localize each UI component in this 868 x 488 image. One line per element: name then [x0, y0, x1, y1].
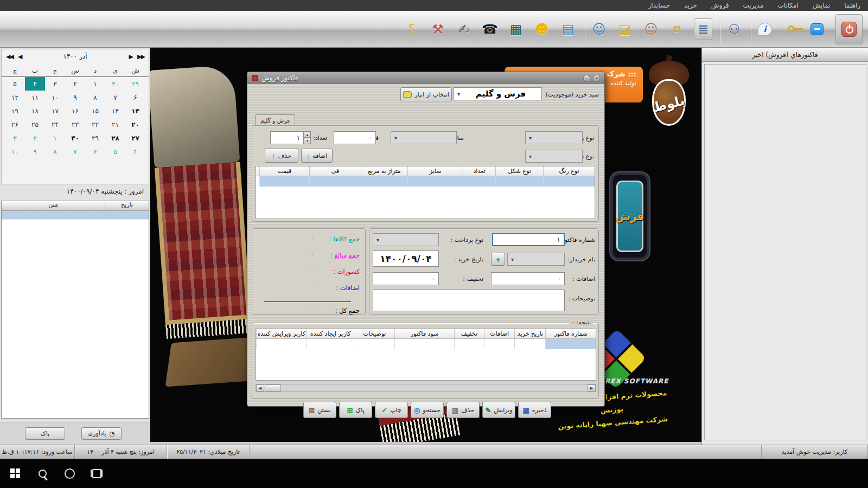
- notes-selected-row[interactable]: [2, 211, 149, 220]
- finance-coins-icon[interactable]: ¤: [668, 18, 686, 40]
- grid-cell[interactable]: [309, 176, 361, 187]
- discount-input[interactable]: ۰: [373, 272, 439, 285]
- calendar-day-cell[interactable]: ۱۴: [105, 104, 125, 118]
- calendar-day-cell[interactable]: ۲: [25, 131, 45, 145]
- grid-cell[interactable]: [495, 176, 543, 187]
- remove-item-button[interactable]: حذف ↑: [265, 149, 298, 163]
- calendar-day-cell[interactable]: ۱: [45, 131, 65, 145]
- grid-cell[interactable]: [354, 339, 394, 349]
- result-grid-selected-row[interactable]: [256, 339, 596, 349]
- report-document-icon[interactable]: ≣: [694, 18, 712, 40]
- add-user-icon[interactable]: ☺: [590, 18, 608, 40]
- taskbar-search-icon[interactable]: [36, 467, 49, 480]
- grid-column-header[interactable]: سود فاکتور: [394, 329, 454, 338]
- edit-button[interactable]: ویرایش✎: [482, 402, 515, 418]
- clear-notes-button[interactable]: پاک: [25, 427, 65, 440]
- calendar-day-cell[interactable]: ۳۰: [105, 77, 125, 91]
- task-view-icon[interactable]: [90, 467, 103, 480]
- smiley-icon[interactable]: ☻: [533, 18, 551, 40]
- quantity-stepper[interactable]: ▲▼: [304, 131, 311, 144]
- calendar-day-cell[interactable]: ۱۰: [45, 91, 65, 104]
- notes-column-date[interactable]: تاریخ: [105, 201, 149, 210]
- calendar-day-cell[interactable]: ۷: [105, 91, 125, 104]
- grid-column-header[interactable]: نوع شکل: [495, 166, 543, 176]
- items-grid-selected-row[interactable]: [256, 176, 595, 187]
- grid-cell[interactable]: [463, 176, 495, 187]
- dialog-close-icon[interactable]: ✕: [593, 75, 600, 82]
- grid-column-header[interactable]: توضیحات: [354, 329, 394, 338]
- add-buyer-button[interactable]: +: [491, 253, 505, 266]
- next-year-icon[interactable]: ▶▶: [132, 53, 144, 60]
- grid-column-header[interactable]: متراژ به مربع: [361, 166, 407, 176]
- calculator-icon[interactable]: ▦: [507, 18, 525, 40]
- notes-column-text[interactable]: متن: [2, 201, 105, 210]
- grid-column-header[interactable]: قیمت: [259, 166, 309, 176]
- spin-down-icon[interactable]: ▼: [304, 138, 311, 144]
- recent-invoices-list[interactable]: [704, 64, 866, 440]
- calendar-day-cell[interactable]: ۲۰: [125, 118, 145, 131]
- grid-column-header[interactable]: شماره فاکتور: [545, 329, 596, 338]
- calendar-day-cell[interactable]: ۵: [5, 77, 25, 91]
- menu-help[interactable]: راهنما: [844, 2, 860, 9]
- minimize-icon[interactable]: [808, 18, 826, 40]
- scroll-left-icon[interactable]: ◀: [256, 384, 264, 391]
- calendar-day-cell[interactable]: ۴: [125, 145, 145, 158]
- clear-button[interactable]: پاک⊞: [339, 402, 372, 418]
- courier-icon[interactable]: ☺: [642, 18, 660, 40]
- calendar-day-cell[interactable]: ۶: [125, 91, 145, 104]
- signature-icon[interactable]: ✍: [455, 18, 473, 40]
- basket-combobox[interactable]: ▾ فرش و گلیم: [454, 87, 542, 100]
- menu-management[interactable]: مدیریت: [743, 2, 764, 9]
- menu-sales[interactable]: فروش: [711, 2, 729, 9]
- calendar-day-cell[interactable]: ۱۳: [125, 104, 145, 118]
- users-icon[interactable]: ⚇: [725, 18, 743, 40]
- menu-accounting[interactable]: حسابدار: [648, 2, 671, 9]
- result-grid-hscrollbar[interactable]: ◀ ▶: [256, 384, 596, 392]
- power-icon[interactable]: [841, 22, 857, 37]
- calendar-day-cell[interactable]: ۴: [25, 77, 45, 91]
- grid-cell[interactable]: [307, 339, 354, 349]
- delete-button[interactable]: حذف▥: [446, 402, 480, 418]
- grid-cell[interactable]: [484, 339, 515, 349]
- calendar-day-cell[interactable]: ۲۴: [45, 118, 65, 131]
- shape-type-combobox[interactable]: ▾: [525, 150, 583, 163]
- grid-cell[interactable]: [454, 339, 484, 349]
- next-month-icon[interactable]: ▶: [120, 53, 132, 60]
- calendar-day-cell[interactable]: ۲: [65, 77, 85, 91]
- result-grid[interactable]: شماره فاکتورتاریخ خریداضافاتتخفیفسود فاک…: [256, 329, 596, 381]
- size-combobox[interactable]: ▾: [391, 131, 457, 144]
- invoice-number-input[interactable]: ۱: [492, 233, 565, 246]
- calendar-day-cell[interactable]: ۲۱: [105, 118, 125, 131]
- calendar-day-cell[interactable]: ۳۰: [65, 131, 85, 145]
- calendar-day-cell[interactable]: ۹: [25, 145, 45, 158]
- calendar-day-cell[interactable]: ۷: [65, 145, 85, 158]
- calendar-day-cell[interactable]: ۸: [45, 145, 65, 158]
- grid-cell[interactable]: [361, 176, 407, 187]
- scroll-right-icon[interactable]: ▶: [588, 384, 596, 391]
- grid-cell[interactable]: [407, 176, 463, 187]
- cortana-icon[interactable]: [63, 467, 76, 480]
- calendar-day-cell[interactable]: ۲۹: [125, 77, 145, 91]
- grid-cell[interactable]: [394, 339, 454, 349]
- menu-facilities[interactable]: امکانات: [777, 2, 798, 9]
- buyer-combobox[interactable]: ▾: [507, 253, 565, 266]
- info-icon[interactable]: i: [756, 18, 774, 40]
- close-button[interactable]: بستن⊠: [303, 402, 336, 418]
- calendar-day-cell[interactable]: ۱۹: [5, 104, 25, 118]
- menu-purchase[interactable]: خرید: [684, 2, 697, 9]
- calendar-day-cell[interactable]: ۱۰: [5, 145, 25, 158]
- calendar-day-cell[interactable]: ۵: [105, 145, 125, 158]
- items-grid[interactable]: نوع رنگنوع شکلتعدادسایزمتراژ به مربعفیقی…: [256, 166, 595, 219]
- search-button[interactable]: جستجو◎: [411, 402, 444, 418]
- tab-carpet-kilim[interactable]: فرش و گلیم: [255, 114, 295, 126]
- spin-up-icon[interactable]: ▲: [304, 131, 311, 138]
- grid-column-header[interactable]: تعداد: [463, 166, 495, 176]
- calendar-day-cell[interactable]: ۱۲: [5, 91, 25, 104]
- quantity-input[interactable]: ۱: [270, 131, 304, 144]
- payment-type-combobox[interactable]: ▾: [373, 233, 439, 246]
- calendar-day-cell[interactable]: ۱۱: [25, 91, 45, 104]
- add-item-button[interactable]: اضافه ↓: [301, 149, 333, 163]
- fax-phone-icon[interactable]: ☎: [481, 18, 499, 40]
- grid-column-header[interactable]: کاربر ایجاد کننده: [307, 329, 354, 338]
- grid-cell[interactable]: [543, 176, 595, 187]
